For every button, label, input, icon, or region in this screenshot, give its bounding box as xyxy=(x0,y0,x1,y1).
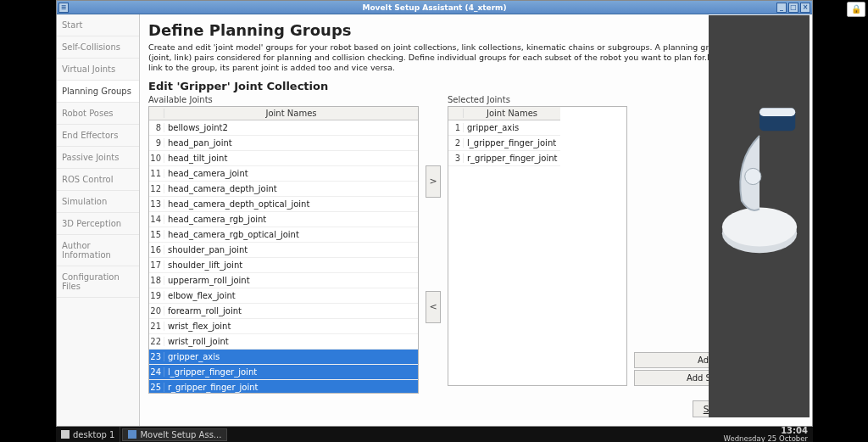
page-title: Define Planning Groups xyxy=(148,21,804,39)
table-row[interactable]: 15head_camera_rgb_optical_joint xyxy=(149,227,418,243)
table-row[interactable]: 8bellows_joint2 xyxy=(149,120,418,136)
sidebar-item-passive-joints[interactable]: Passive Joints xyxy=(57,147,139,169)
table-row[interactable]: 14head_camera_rgb_joint xyxy=(149,212,418,227)
table-row[interactable]: 21wrist_flex_joint xyxy=(149,319,418,334)
show-desktop-button[interactable]: desktop 1 xyxy=(56,427,120,442)
table-row[interactable]: 25r_gripper_finger_joint xyxy=(149,380,418,393)
available-header: Joint Names xyxy=(164,109,418,118)
table-row[interactable]: 17shoulder_lift_joint xyxy=(149,258,418,273)
window-title: MoveIt Setup Assistant (4_xterm) xyxy=(362,3,506,12)
page-description: Create and edit 'joint model' groups for… xyxy=(148,42,804,73)
table-row[interactable]: 20forearm_roll_joint xyxy=(149,304,418,319)
sidebar-item-virtual-joints[interactable]: Virtual Joints xyxy=(57,59,139,81)
table-row[interactable]: 2l_gripper_finger_joint xyxy=(448,136,560,151)
keyboard-indicator[interactable]: 🔒 xyxy=(847,2,865,17)
table-row[interactable]: 10head_tilt_joint xyxy=(149,151,418,166)
maximize-icon[interactable]: □ xyxy=(788,3,798,13)
table-row[interactable]: 3r_gripper_finger_joint xyxy=(448,151,560,166)
svg-point-1 xyxy=(722,207,797,246)
clock[interactable]: 13:04 Wednesday 25 October xyxy=(719,427,813,442)
desktop-icon xyxy=(61,430,70,439)
robot-3d-view[interactable] xyxy=(709,15,810,417)
table-row[interactable]: 18upperarm_roll_joint xyxy=(149,273,418,288)
selected-header: Joint Names xyxy=(464,109,560,118)
svg-point-2 xyxy=(745,168,761,184)
sidebar-item-author-information[interactable]: Author Information xyxy=(57,235,139,266)
sidebar-item-3d-perception[interactable]: 3D Perception xyxy=(57,213,139,235)
page-subheading: Edit 'Gripper' Joint Collection xyxy=(148,80,804,92)
window-menu-icon[interactable]: ≡ xyxy=(58,3,69,13)
sidebar-item-end-effectors[interactable]: End Effectors xyxy=(57,125,139,147)
sidebar-item-configuration-files[interactable]: Configuration Files xyxy=(57,266,139,298)
sidebar-item-ros-control[interactable]: ROS Control xyxy=(57,169,139,191)
move-left-button[interactable]: < xyxy=(426,291,441,323)
table-row[interactable]: 23gripper_axis xyxy=(149,350,418,365)
sidebar-item-self-collisions[interactable]: Self-Collisions xyxy=(57,36,139,59)
table-row[interactable]: 22wrist_roll_joint xyxy=(149,334,418,350)
sidebar-item-planning-groups[interactable]: Planning Groups xyxy=(57,81,139,103)
table-row[interactable]: 1gripper_axis xyxy=(448,120,560,136)
move-right-button[interactable]: > xyxy=(426,165,441,198)
table-row[interactable]: 16shoulder_pan_joint xyxy=(149,243,418,258)
table-row[interactable]: 11head_camera_joint xyxy=(149,166,418,182)
table-row[interactable]: 12head_camera_depth_joint xyxy=(149,182,418,197)
sidebar: StartSelf-CollisionsVirtual JointsPlanni… xyxy=(57,14,140,426)
selected-label: Selected Joints xyxy=(448,95,627,104)
svg-rect-4 xyxy=(760,108,795,116)
available-label: Available Joints xyxy=(148,95,419,104)
sidebar-item-start[interactable]: Start xyxy=(57,14,139,36)
available-table[interactable]: Joint Names 8bellows_joint29head_pan_joi… xyxy=(148,106,419,394)
taskbar-app[interactable]: MoveIt Setup Ass... xyxy=(122,428,227,441)
sidebar-item-simulation[interactable]: Simulation xyxy=(57,191,139,213)
table-row[interactable]: 9head_pan_joint xyxy=(149,136,418,151)
table-row[interactable]: 24l_gripper_finger_joint xyxy=(149,365,418,380)
table-row[interactable]: 19elbow_flex_joint xyxy=(149,288,418,304)
app-icon xyxy=(128,430,136,439)
robot-icon xyxy=(719,83,800,270)
close-icon[interactable]: × xyxy=(800,3,810,13)
taskbar[interactable]: desktop 1 MoveIt Setup Ass... 13:04 Wedn… xyxy=(56,427,813,442)
minimize-icon[interactable]: _ xyxy=(776,3,787,13)
selected-table[interactable]: Joint Names 1gripper_axis2l_gripper_fing… xyxy=(448,106,627,386)
titlebar[interactable]: ≡ MoveIt Setup Assistant (4_xterm) _ □ × xyxy=(57,1,812,14)
sidebar-item-robot-poses[interactable]: Robot Poses xyxy=(57,103,139,125)
table-row[interactable]: 13head_camera_depth_optical_joint xyxy=(149,197,418,212)
app-window: ≡ MoveIt Setup Assistant (4_xterm) _ □ ×… xyxy=(56,0,813,427)
